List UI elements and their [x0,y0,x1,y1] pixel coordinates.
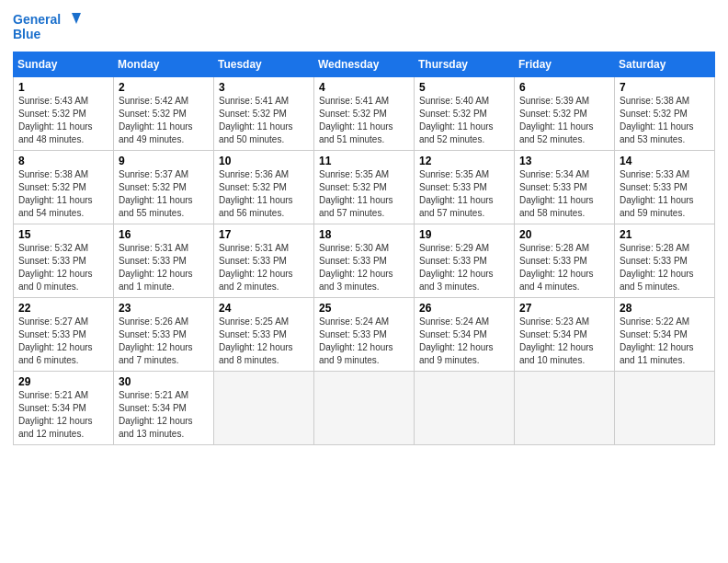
day-number: 6 [519,81,609,94]
calendar-cell: 12Sunrise: 5:35 AMSunset: 5:33 PMDayligh… [415,151,515,224]
day-info: Sunrise: 5:28 AMSunset: 5:33 PMDaylight:… [519,242,609,293]
calendar-cell [415,372,515,445]
svg-text:General: General [13,12,61,27]
calendar-cell [615,372,715,445]
calendar-cell: 23Sunrise: 5:26 AMSunset: 5:33 PMDayligh… [114,298,214,372]
day-info: Sunrise: 5:21 AMSunset: 5:34 PMDaylight:… [119,389,209,441]
calendar-cell: 17Sunrise: 5:31 AMSunset: 5:33 PMDayligh… [214,224,314,298]
day-number: 5 [419,81,509,94]
day-info: Sunrise: 5:41 AMSunset: 5:32 PMDaylight:… [219,95,309,146]
day-info: Sunrise: 5:23 AMSunset: 5:34 PMDaylight:… [519,316,609,367]
calendar-cell: 28Sunrise: 5:22 AMSunset: 5:34 PMDayligh… [615,298,715,372]
weekday-header: Saturday [615,52,715,77]
svg-text:Blue: Blue [13,27,41,41]
calendar-cell: 13Sunrise: 5:34 AMSunset: 5:33 PMDayligh… [515,151,615,224]
day-info: Sunrise: 5:25 AMSunset: 5:33 PMDaylight:… [219,316,309,367]
day-number: 15 [18,228,108,241]
day-info: Sunrise: 5:41 AMSunset: 5:32 PMDaylight:… [319,95,409,146]
calendar-cell: 20Sunrise: 5:28 AMSunset: 5:33 PMDayligh… [515,224,615,298]
day-info: Sunrise: 5:35 AMSunset: 5:32 PMDaylight:… [319,168,409,220]
day-info: Sunrise: 5:21 AMSunset: 5:34 PMDaylight:… [18,389,108,441]
calendar-week-row: 22Sunrise: 5:27 AMSunset: 5:33 PMDayligh… [14,298,715,372]
day-info: Sunrise: 5:33 AMSunset: 5:33 PMDaylight:… [620,168,710,220]
day-number: 30 [119,375,209,388]
calendar-cell: 15Sunrise: 5:32 AMSunset: 5:33 PMDayligh… [14,224,114,298]
day-number: 1 [18,81,108,94]
day-number: 25 [319,302,409,315]
calendar-cell: 10Sunrise: 5:36 AMSunset: 5:32 PMDayligh… [214,151,314,224]
day-number: 19 [419,228,509,241]
day-info: Sunrise: 5:36 AMSunset: 5:32 PMDaylight:… [219,168,309,220]
day-info: Sunrise: 5:24 AMSunset: 5:34 PMDaylight:… [419,316,509,367]
day-number: 26 [419,302,509,315]
weekday-header: Monday [114,52,214,77]
day-number: 13 [519,155,609,167]
weekday-header: Wednesday [314,52,415,77]
calendar-cell: 21Sunrise: 5:28 AMSunset: 5:33 PMDayligh… [615,224,715,298]
calendar-cell: 1Sunrise: 5:43 AMSunset: 5:32 PMDaylight… [14,77,114,151]
calendar-cell: 22Sunrise: 5:27 AMSunset: 5:33 PMDayligh… [14,298,114,372]
calendar-cell: 24Sunrise: 5:25 AMSunset: 5:33 PMDayligh… [214,298,314,372]
day-info: Sunrise: 5:30 AMSunset: 5:33 PMDaylight:… [319,242,409,293]
calendar-cell: 19Sunrise: 5:29 AMSunset: 5:33 PMDayligh… [415,224,515,298]
day-number: 29 [18,375,108,388]
weekday-header: Tuesday [214,52,314,77]
day-number: 22 [18,302,108,315]
day-info: Sunrise: 5:28 AMSunset: 5:33 PMDaylight:… [620,242,710,293]
calendar-cell: 6Sunrise: 5:39 AMSunset: 5:32 PMDaylight… [515,77,615,151]
day-number: 2 [119,81,209,94]
calendar-cell: 5Sunrise: 5:40 AMSunset: 5:32 PMDaylight… [415,77,515,151]
calendar-cell: 25Sunrise: 5:24 AMSunset: 5:33 PMDayligh… [314,298,415,372]
calendar-cell: 14Sunrise: 5:33 AMSunset: 5:33 PMDayligh… [615,151,715,224]
day-number: 9 [119,155,209,167]
day-number: 28 [620,302,710,315]
day-number: 16 [119,228,209,241]
page: General Blue SundayMondayTuesdayWednesda… [0,0,728,563]
calendar-week-row: 15Sunrise: 5:32 AMSunset: 5:33 PMDayligh… [14,224,715,298]
day-info: Sunrise: 5:29 AMSunset: 5:33 PMDaylight:… [419,242,509,293]
day-number: 21 [620,228,710,241]
day-number: 12 [419,155,509,167]
weekday-header: Sunday [14,52,114,77]
day-number: 24 [219,302,309,315]
calendar-cell: 4Sunrise: 5:41 AMSunset: 5:32 PMDaylight… [314,77,415,151]
day-info: Sunrise: 5:39 AMSunset: 5:32 PMDaylight:… [519,95,609,146]
day-number: 4 [319,81,409,94]
svg-marker-2 [72,13,81,24]
day-number: 14 [620,155,710,167]
calendar-cell: 3Sunrise: 5:41 AMSunset: 5:32 PMDaylight… [214,77,314,151]
day-info: Sunrise: 5:22 AMSunset: 5:34 PMDaylight:… [620,316,710,367]
calendar-week-row: 8Sunrise: 5:38 AMSunset: 5:32 PMDaylight… [14,151,715,224]
day-info: Sunrise: 5:38 AMSunset: 5:32 PMDaylight:… [620,95,710,146]
calendar-cell: 26Sunrise: 5:24 AMSunset: 5:34 PMDayligh… [415,298,515,372]
day-number: 7 [620,81,710,94]
day-info: Sunrise: 5:42 AMSunset: 5:32 PMDaylight:… [119,95,209,146]
day-info: Sunrise: 5:35 AMSunset: 5:33 PMDaylight:… [419,168,509,220]
calendar-cell: 7Sunrise: 5:38 AMSunset: 5:32 PMDaylight… [615,77,715,151]
header: General Blue [13,9,715,46]
calendar-cell: 29Sunrise: 5:21 AMSunset: 5:34 PMDayligh… [14,372,114,445]
calendar-cell [314,372,415,445]
weekday-header: Thursday [415,52,515,77]
calendar-header-row: SundayMondayTuesdayWednesdayThursdayFrid… [14,52,715,77]
day-info: Sunrise: 5:34 AMSunset: 5:33 PMDaylight:… [519,168,609,220]
calendar-week-row: 29Sunrise: 5:21 AMSunset: 5:34 PMDayligh… [14,372,715,445]
day-info: Sunrise: 5:24 AMSunset: 5:33 PMDaylight:… [319,316,409,367]
day-number: 10 [219,155,309,167]
day-number: 8 [18,155,108,167]
day-info: Sunrise: 5:40 AMSunset: 5:32 PMDaylight:… [419,95,509,146]
day-info: Sunrise: 5:31 AMSunset: 5:33 PMDaylight:… [119,242,209,293]
day-number: 11 [319,155,409,167]
day-number: 27 [519,302,609,315]
weekday-header: Friday [515,52,615,77]
day-number: 23 [119,302,209,315]
calendar-cell: 8Sunrise: 5:38 AMSunset: 5:32 PMDaylight… [14,151,114,224]
day-number: 3 [219,81,309,94]
day-info: Sunrise: 5:43 AMSunset: 5:32 PMDaylight:… [18,95,108,146]
logo: General Blue [13,9,86,46]
calendar-cell: 18Sunrise: 5:30 AMSunset: 5:33 PMDayligh… [314,224,415,298]
calendar-cell: 16Sunrise: 5:31 AMSunset: 5:33 PMDayligh… [114,224,214,298]
calendar-cell: 9Sunrise: 5:37 AMSunset: 5:32 PMDaylight… [114,151,214,224]
day-info: Sunrise: 5:32 AMSunset: 5:33 PMDaylight:… [18,242,108,293]
day-number: 17 [219,228,309,241]
